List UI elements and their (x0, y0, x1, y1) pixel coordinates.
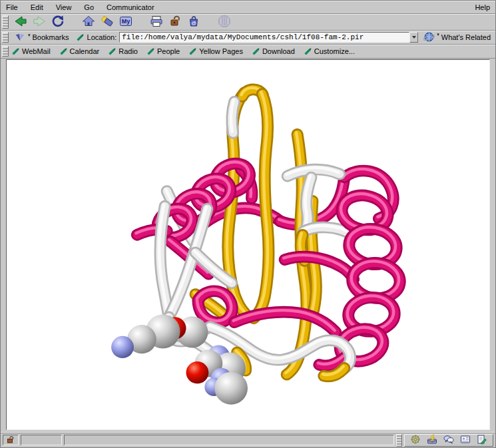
personal-item-calendar[interactable]: Calendar (59, 47, 100, 57)
personal-item-download[interactable]: Download (252, 47, 295, 57)
bookmark-dart-icon (146, 47, 155, 57)
personal-item-label: Yellow Pages (199, 47, 243, 55)
navigation-toolbar: My @ (1, 14, 495, 31)
reload-button[interactable] (49, 15, 67, 29)
my-netscape-button[interactable]: My (117, 15, 135, 29)
navigator-component-button[interactable] (409, 435, 421, 445)
bookmark-dart-icon (59, 47, 68, 57)
whats-related-label: What's Related (441, 33, 491, 41)
svg-text:My: My (122, 18, 130, 25)
bookmark-dart-icon (108, 47, 117, 57)
reload-icon (51, 14, 65, 31)
menu-go[interactable]: Go (84, 3, 94, 11)
content-area (1, 59, 495, 432)
composer-icon (477, 434, 487, 447)
stop-icon (217, 14, 232, 31)
security-button[interactable] (166, 15, 184, 29)
menu-view[interactable]: View (56, 3, 72, 11)
bookmarks-dropdown-tick-icon: ▾ (28, 33, 31, 37)
address-book-component-button[interactable] (459, 435, 471, 445)
shop-button[interactable]: @ (184, 15, 203, 29)
personal-item-label: Download (262, 47, 295, 55)
chevron-down-icon (412, 36, 416, 39)
whats-related-tick-icon: ▾ (437, 32, 439, 37)
mailbox-component-button[interactable] (426, 435, 438, 445)
bookmarks-button[interactable]: ▾ Bookmarks (11, 32, 72, 43)
menu-help[interactable]: Help (475, 3, 490, 11)
browser-window: File Edit View Go Communicator Help My @ (0, 0, 496, 448)
spacefill-residue-left (111, 314, 208, 358)
personal-item-label: Calendar (70, 47, 100, 55)
protein-structure (7, 60, 489, 429)
url-input[interactable] (119, 32, 409, 43)
home-icon (81, 14, 96, 31)
personal-item-yellow-pages[interactable]: Yellow Pages (188, 47, 243, 57)
status-message (64, 435, 394, 445)
personal-item-label: Radio (119, 47, 138, 55)
personal-item-label: People (157, 47, 180, 55)
composer-component-button[interactable] (476, 435, 488, 445)
home-button[interactable] (79, 15, 98, 29)
molecule-viewport[interactable] (6, 59, 490, 430)
bookmark-dart-icon (304, 47, 312, 57)
component-bar-grip[interactable] (396, 434, 402, 447)
bookmarks-icon (14, 32, 26, 43)
personal-toolbar-grip[interactable] (2, 46, 9, 57)
shop-icon: @ (186, 14, 201, 31)
personal-item-webmail[interactable]: WebMail (11, 47, 51, 57)
menu-edit[interactable]: Edit (31, 3, 43, 11)
print-button[interactable] (147, 15, 166, 29)
bookmark-dart-icon (252, 47, 260, 57)
whats-related-globe-icon (423, 31, 435, 44)
personal-item-radio[interactable]: Radio (108, 47, 138, 57)
navigator-wheel-icon (410, 434, 421, 447)
bookmarks-label: Bookmarks (33, 33, 69, 41)
search-button[interactable] (98, 15, 117, 29)
back-button[interactable] (11, 15, 30, 29)
forward-button[interactable] (30, 15, 49, 29)
menu-communicator[interactable]: Communicator (107, 3, 154, 11)
personal-item-label: Customize... (314, 47, 355, 55)
personal-item-people[interactable]: People (146, 47, 180, 57)
status-lock-icon (6, 435, 15, 445)
mailbox-icon (427, 434, 437, 447)
security-status[interactable] (3, 435, 19, 445)
url-history-dropdown[interactable] (409, 32, 418, 43)
discussions-component-button[interactable] (443, 435, 455, 445)
whats-related-button[interactable]: ▾ What's Related (421, 31, 493, 44)
progress-indicator (21, 435, 62, 445)
back-icon (13, 14, 28, 31)
menu-file[interactable]: File (6, 3, 18, 11)
stop-button[interactable] (215, 15, 234, 29)
discussions-icon (443, 434, 454, 447)
status-bar (1, 432, 495, 447)
personal-toolbar: WebMail Calendar Radio People Yellow Pag… (1, 45, 495, 59)
location-toolbar-grip[interactable] (2, 32, 9, 43)
location-label: Location: (87, 33, 117, 41)
toolbar-grip[interactable] (2, 15, 9, 29)
menu-bar: File Edit View Go Communicator Help (1, 1, 495, 14)
location-toolbar: ▾ Bookmarks Location: ▾ What's Related (1, 31, 495, 45)
search-icon (100, 14, 115, 31)
print-icon (149, 14, 164, 31)
page-proxy-icon[interactable] (76, 33, 85, 43)
bookmark-dart-icon (188, 47, 197, 57)
bookmark-dart-icon (11, 47, 20, 57)
svg-text:@: @ (191, 19, 196, 25)
my-netscape-icon: My (119, 14, 133, 31)
personal-item-label: WebMail (22, 47, 51, 55)
forward-icon (32, 14, 47, 31)
component-bar (404, 434, 493, 447)
address-book-icon (460, 434, 471, 447)
security-lock-icon (168, 14, 182, 31)
personal-item-customize[interactable]: Customize... (304, 47, 355, 57)
